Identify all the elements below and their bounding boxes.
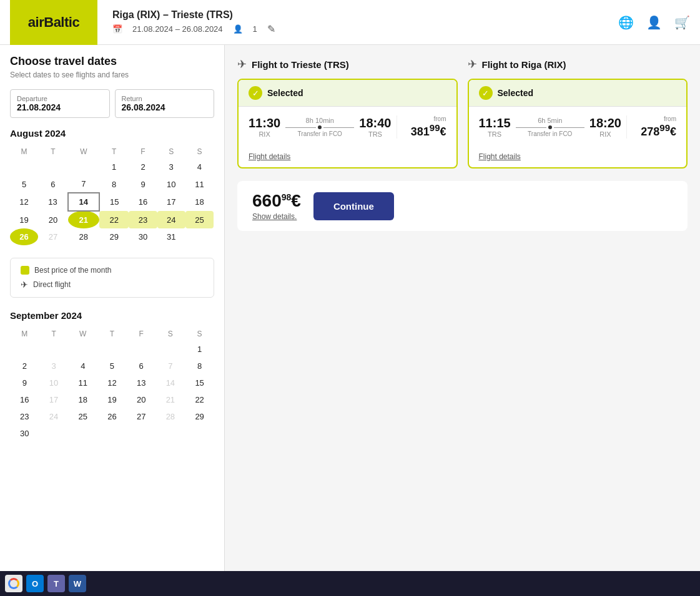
calendar-day[interactable] — [127, 425, 156, 442]
calendar-day[interactable] — [39, 341, 69, 358]
calendar-day[interactable]: 20 — [127, 391, 156, 408]
riga-details-link-wrapper: Flight details — [469, 147, 687, 167]
calendar-day[interactable]: 30 — [10, 425, 39, 442]
globe-icon[interactable]: 🌐 — [618, 15, 634, 30]
calendar-day[interactable]: 27 — [38, 228, 68, 245]
calendar-day[interactable] — [156, 425, 185, 442]
calendar-day[interactable]: 30 — [129, 228, 157, 245]
calendar-day[interactable]: 20 — [38, 211, 68, 228]
riga-selected-bar: ✓ Selected — [469, 80, 687, 107]
calendar-day[interactable] — [68, 341, 97, 358]
continue-button[interactable]: Continue — [313, 192, 394, 220]
calendar-day[interactable] — [127, 341, 156, 358]
calendar-day[interactable]: 7 — [68, 175, 99, 193]
return-date-box[interactable]: Return 26.08.2024 — [115, 89, 215, 118]
calendar-day[interactable]: 11 — [68, 374, 97, 391]
calendar-day[interactable]: 8 — [99, 175, 129, 193]
calendar-day[interactable]: 12 — [10, 193, 38, 211]
calendar-day[interactable]: 6 — [127, 358, 156, 374]
taskbar-teams[interactable]: T — [47, 575, 65, 592]
calendar-day[interactable]: 26 — [10, 228, 38, 245]
calendar-day[interactable]: 26 — [97, 408, 127, 425]
calendar-day[interactable]: 4 — [68, 358, 97, 374]
calendar-day[interactable]: 14 — [156, 374, 185, 391]
calendar-day[interactable]: 19 — [97, 391, 127, 408]
calendar-day[interactable]: 18 — [68, 391, 97, 408]
calendar-day[interactable] — [68, 425, 97, 442]
calendar-day[interactable] — [185, 425, 214, 442]
calendar-day[interactable]: 24 — [39, 408, 69, 425]
trieste-selected-bar: ✓ Selected — [239, 80, 456, 107]
calendar-day[interactable]: 12 — [97, 374, 127, 391]
calendar-day[interactable]: 21 — [68, 211, 99, 228]
calendar-day[interactable]: 13 — [127, 374, 156, 391]
calendar-day[interactable]: 5 — [10, 175, 38, 193]
calendar-day[interactable]: 14 — [68, 193, 99, 211]
calendar-day[interactable]: 28 — [68, 228, 99, 245]
calendar-day[interactable] — [10, 159, 38, 175]
calendar-day[interactable]: 10 — [39, 374, 69, 391]
calendar-day[interactable]: 2 — [129, 159, 157, 175]
calendar-day[interactable]: 22 — [99, 211, 129, 228]
calendar-day[interactable]: 29 — [185, 408, 214, 425]
calendar-day[interactable]: 8 — [185, 358, 214, 374]
calendar-day[interactable]: 23 — [129, 211, 157, 228]
show-details-link[interactable]: Show details. — [252, 212, 301, 221]
calendar-day[interactable]: 9 — [129, 175, 157, 193]
account-icon[interactable]: 👤 — [646, 15, 662, 30]
calendar-day[interactable]: 4 — [185, 159, 214, 175]
calendar-day[interactable]: 9 — [10, 374, 39, 391]
taskbar: O T W — [0, 571, 700, 596]
calendar-day[interactable]: 21 — [156, 391, 185, 408]
calendar-day[interactable] — [39, 425, 69, 442]
cart-icon[interactable]: 🛒 — [674, 15, 690, 30]
calendar-day[interactable] — [97, 341, 127, 358]
calendar-day[interactable] — [156, 341, 185, 358]
calendar-day[interactable]: 24 — [157, 211, 185, 228]
taskbar-word[interactable]: W — [69, 575, 86, 592]
calendar-day[interactable] — [10, 341, 39, 358]
riga-details-link[interactable]: Flight details — [479, 152, 521, 161]
calendar-day[interactable]: 1 — [99, 159, 129, 175]
calendar-day[interactable]: 16 — [10, 391, 39, 408]
departure-date-box[interactable]: Departure 21.08.2024 — [10, 89, 110, 118]
calendar-day[interactable]: 27 — [127, 408, 156, 425]
calendar-day[interactable]: 31 — [157, 228, 185, 245]
calendar-day[interactable]: 25 — [68, 408, 97, 425]
taskbar-chrome[interactable] — [5, 575, 22, 592]
calendar-day[interactable]: 22 — [185, 391, 214, 408]
calendar-day[interactable]: 23 — [10, 408, 39, 425]
calendar-day[interactable] — [38, 159, 68, 175]
calendar-day[interactable]: 11 — [185, 175, 214, 193]
calendar-day[interactable]: 15 — [99, 193, 129, 211]
calendar-day[interactable]: 19 — [10, 211, 38, 228]
return-label: Return — [122, 95, 208, 102]
trieste-details-link[interactable]: Flight details — [249, 152, 290, 161]
edit-icon[interactable]: ✎ — [267, 23, 275, 35]
calendar-day[interactable]: 5 — [97, 358, 127, 374]
calendar-day[interactable]: 17 — [157, 193, 185, 211]
calendar-day[interactable]: 1 — [185, 341, 214, 358]
logo[interactable]: airBaltic — [10, 0, 97, 45]
calendar-day[interactable] — [97, 425, 127, 442]
calendar-day[interactable]: 7 — [156, 358, 185, 374]
calendar-day[interactable]: 13 — [38, 193, 68, 211]
calendar-day[interactable]: 3 — [157, 159, 185, 175]
taskbar-outlook[interactable]: O — [26, 575, 44, 592]
calendar-day[interactable] — [68, 159, 99, 175]
calendar-day[interactable]: 17 — [39, 391, 69, 408]
page-subtitle: Select dates to see flights and fares — [10, 71, 214, 79]
riga-selected-label: Selected — [498, 88, 534, 98]
calendar-day[interactable]: 6 — [38, 175, 68, 193]
calendar-day[interactable]: 3 — [39, 358, 69, 374]
calendar-day[interactable]: 29 — [99, 228, 129, 245]
calendar-day[interactable]: 15 — [185, 374, 214, 391]
calendar-day[interactable]: 16 — [129, 193, 157, 211]
calendar-day[interactable] — [185, 228, 214, 245]
calendar-day[interactable]: 28 — [156, 408, 185, 425]
calendar-day[interactable]: 10 — [157, 175, 185, 193]
riga-duration: 6h 5min — [538, 117, 562, 124]
calendar-day[interactable]: 25 — [185, 211, 214, 228]
calendar-day[interactable]: 18 — [185, 193, 214, 211]
calendar-day[interactable]: 2 — [10, 358, 39, 374]
